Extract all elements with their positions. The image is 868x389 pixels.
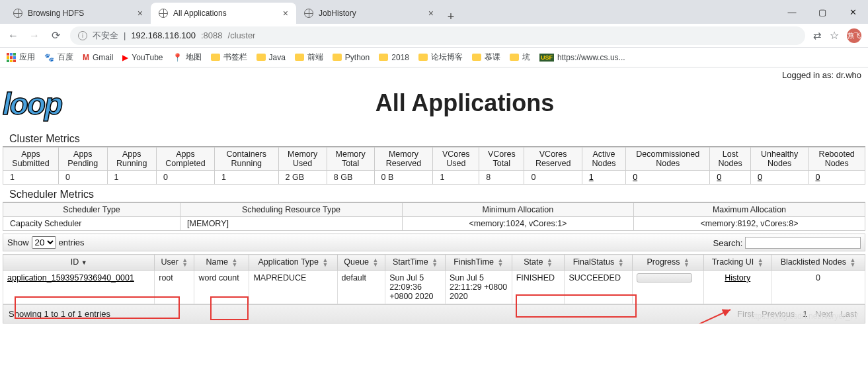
column-header[interactable]: User ▲▼ xyxy=(155,255,194,271)
bookmark-folder[interactable]: 论坛博客 xyxy=(418,52,463,63)
metric-link[interactable]: 0 xyxy=(633,173,637,182)
column-header: Scheduling Resource Type xyxy=(180,203,403,217)
folder-icon xyxy=(510,54,519,61)
bookmark-folder[interactable]: 坑 xyxy=(510,52,530,63)
url-input[interactable]: i 不安全 | 192.168.116.100:8088/cluster xyxy=(70,26,805,45)
bookmark-folder[interactable]: Java xyxy=(256,53,286,62)
column-header[interactable]: StartTime ▲▼ xyxy=(385,255,446,271)
column-header: Containers Running xyxy=(215,148,279,171)
metric-cell: 0 xyxy=(626,171,710,185)
column-header[interactable]: Progress ▲▼ xyxy=(632,255,704,271)
application-id-link[interactable]: application_1593957936940_0001 xyxy=(7,273,134,282)
column-header[interactable]: Queue ▲▼ xyxy=(337,255,385,271)
maximize-button[interactable]: ▢ xyxy=(807,0,838,24)
column-header: VCores Used xyxy=(433,148,479,171)
paw-icon: 🐾 xyxy=(44,53,54,62)
column-header: Memory Reserved xyxy=(374,148,433,171)
star-icon[interactable]: ☆ xyxy=(830,29,839,42)
column-header: Memory Used xyxy=(278,148,327,171)
cell-name: word count xyxy=(194,270,249,304)
metric-cell: 1 xyxy=(107,171,156,185)
column-header[interactable]: FinalStatus ▲▼ xyxy=(565,255,632,271)
column-header: Apps Pending xyxy=(59,148,108,171)
column-header: Decommissioned Nodes xyxy=(626,148,710,171)
globe-icon xyxy=(13,9,22,18)
cell-finish-time: Sun Jul 5 22:11:29 +0800 2020 xyxy=(445,270,512,304)
column-header[interactable]: Name ▲▼ xyxy=(194,255,249,271)
column-header[interactable]: Blacklisted Nodes ▲▼ xyxy=(771,255,865,271)
close-icon[interactable]: × xyxy=(283,8,288,19)
metric-cell: 0 xyxy=(59,171,108,185)
column-header[interactable]: ID ▼ xyxy=(3,255,155,271)
column-header[interactable]: State ▲▼ xyxy=(512,255,565,271)
apps-icon xyxy=(7,53,16,62)
bookmark-item[interactable]: USFhttps://www.cs.us... xyxy=(539,53,625,62)
info-icon[interactable]: i xyxy=(78,31,87,40)
apps-button[interactable]: 应用 xyxy=(7,52,35,63)
column-header: Apps Submitted xyxy=(3,148,59,171)
close-icon[interactable]: × xyxy=(428,8,434,19)
metric-link[interactable]: 0 xyxy=(717,173,721,182)
column-header[interactable]: FinishTime ▲▼ xyxy=(445,255,512,271)
tracking-ui-link[interactable]: History xyxy=(725,273,750,282)
reload-button[interactable]: ⟳ xyxy=(49,29,62,42)
datatable-toolbar: Show 20 entries Search: xyxy=(3,234,865,251)
url-port: :8088 xyxy=(201,30,223,40)
youtube-icon: ▶ xyxy=(122,53,128,62)
folder-icon xyxy=(333,54,342,61)
metric-link[interactable]: 0 xyxy=(815,173,820,182)
metric-cell: <memory:8192, vCores:8> xyxy=(633,217,865,231)
bookmark-folder[interactable]: 书签栏 xyxy=(211,52,247,63)
folder-icon xyxy=(295,54,304,61)
browser-tab[interactable]: JobHistory × xyxy=(296,3,442,24)
bookmark-item[interactable]: MGmail xyxy=(83,53,113,62)
bookmark-folder[interactable]: Python xyxy=(333,53,370,62)
metric-link[interactable]: 0 xyxy=(758,173,762,182)
new-tab-button[interactable]: + xyxy=(442,10,460,24)
column-header: Apps Completed xyxy=(156,148,214,171)
metric-cell: <memory:1024, vCores:1> xyxy=(402,217,633,231)
close-icon[interactable]: × xyxy=(138,8,143,19)
folder-icon xyxy=(379,54,388,61)
gmail-icon: M xyxy=(83,53,89,62)
cell-app-type: MAPREDUCE xyxy=(249,270,337,304)
bookmark-folder[interactable]: 前端 xyxy=(295,52,323,63)
avatar[interactable]: 燕飞 xyxy=(847,28,861,43)
page-length-select[interactable]: 20 xyxy=(32,236,56,249)
bookmark-item[interactable]: ▶YouTube xyxy=(122,53,163,62)
search-input[interactable] xyxy=(745,237,861,249)
metric-link[interactable]: 1 xyxy=(589,173,594,182)
hadoop-logo: loop xyxy=(0,86,61,122)
window-controls: ― ▢ ✕ xyxy=(777,0,868,24)
column-header: Active Nodes xyxy=(582,148,625,171)
table-row: Capacity Scheduler[MEMORY]<memory:1024, … xyxy=(3,217,865,231)
bookmark-item[interactable]: 📍地图 xyxy=(173,52,202,63)
back-button[interactable]: ← xyxy=(7,30,20,42)
bookmark-item[interactable]: 🐾百度 xyxy=(44,52,73,63)
browser-tab-strip: Browsing HDFS × All Applications × JobHi… xyxy=(0,0,868,24)
datatable-info-bar: Showing 1 to 1 of 1 entries First Previo… xyxy=(3,304,865,324)
minimize-button[interactable]: ― xyxy=(777,0,807,24)
column-header[interactable]: Application Type ▲▼ xyxy=(249,255,337,271)
bookmark-folder[interactable]: 2018 xyxy=(379,53,409,62)
metric-cell: 0 xyxy=(524,171,582,185)
column-header: Lost Nodes xyxy=(710,148,751,171)
cell-state: FINISHED xyxy=(512,270,565,304)
column-header: Maximum Allocation xyxy=(633,203,865,217)
table-info: Showing 1 to 1 of 1 entries xyxy=(9,309,110,319)
bookmarks-bar: 应用 🐾百度 MGmail ▶YouTube 📍地图 书签栏 Java 前端 P… xyxy=(0,48,868,67)
bookmark-folder[interactable]: 慕课 xyxy=(472,52,500,63)
applications-table: ID ▼User ▲▼Name ▲▼Application Type ▲▼Que… xyxy=(3,254,865,304)
folder-icon xyxy=(211,54,220,61)
progress-bar xyxy=(637,273,692,282)
browser-tab[interactable]: All Applications × xyxy=(151,3,296,24)
translate-icon[interactable]: ⇄ xyxy=(813,30,822,42)
metric-cell: 0 B xyxy=(374,171,433,185)
browser-tab[interactable]: Browsing HDFS × xyxy=(5,3,151,24)
metric-cell: 0 xyxy=(156,171,214,185)
column-header[interactable]: Tracking UI ▲▼ xyxy=(704,255,771,271)
globe-icon xyxy=(159,9,168,18)
cell-user: root xyxy=(155,270,194,304)
cell-final-status: SUCCEEDED xyxy=(565,270,632,304)
close-window-button[interactable]: ✕ xyxy=(838,0,868,24)
